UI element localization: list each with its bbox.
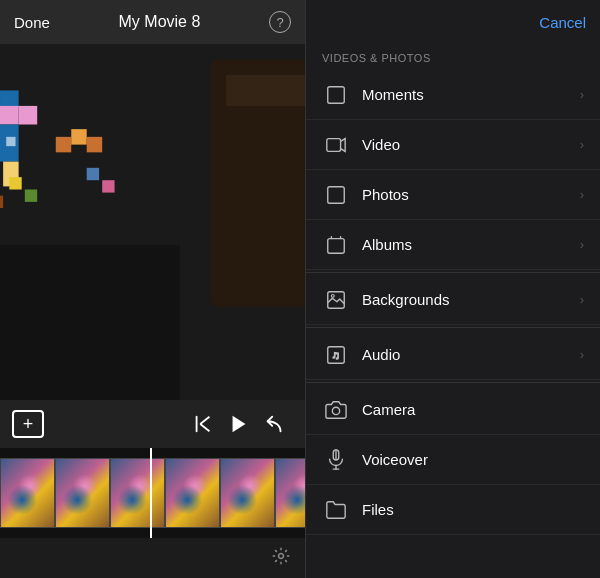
svg-rect-7	[19, 106, 38, 125]
help-icon: ?	[276, 15, 283, 30]
menu-item-photos[interactable]: Photos ›	[306, 170, 600, 220]
moments-label: Moments	[362, 86, 580, 103]
menu-item-moments[interactable]: Moments ›	[306, 70, 600, 120]
menu-item-audio[interactable]: ♫ ♫ Audio ›	[306, 330, 600, 380]
svg-rect-29	[328, 86, 345, 103]
add-icon: +	[23, 414, 34, 435]
svg-rect-14	[56, 137, 71, 152]
undo-button[interactable]	[257, 406, 293, 442]
svg-rect-23	[102, 180, 114, 192]
thumbnail-2	[55, 458, 110, 528]
section-label: VIDEOS & PHOTOS	[306, 44, 600, 70]
svg-rect-17	[0, 245, 180, 400]
separator-2	[306, 327, 600, 328]
svg-rect-40	[328, 186, 345, 203]
svg-rect-21	[25, 189, 37, 201]
photos-chevron: ›	[580, 187, 584, 202]
menu-item-backgrounds[interactable]: Backgrounds ›	[306, 275, 600, 325]
movie-title: My Movie 8	[119, 13, 201, 31]
thumbnail-5	[220, 458, 275, 528]
albums-icon	[322, 231, 350, 259]
menu-item-voiceover[interactable]: Voiceover	[306, 435, 600, 485]
controls-bar: +	[0, 400, 305, 448]
thumbnail-6	[275, 458, 305, 528]
skip-back-icon	[192, 413, 214, 435]
backgrounds-chevron: ›	[580, 292, 584, 307]
help-button[interactable]: ?	[269, 11, 291, 33]
backgrounds-icon	[322, 286, 350, 314]
menu-item-camera[interactable]: Camera	[306, 385, 600, 435]
thumbnail-3	[110, 458, 165, 528]
svg-rect-16	[87, 137, 102, 152]
separator-1	[306, 272, 600, 273]
timeline-track	[0, 458, 305, 528]
thumbnail-4	[165, 458, 220, 528]
timeline	[0, 448, 305, 538]
svg-point-28	[279, 553, 284, 558]
svg-point-48	[332, 407, 339, 414]
video-preview	[0, 44, 305, 400]
menu-list: Moments › Video	[306, 70, 600, 578]
audio-icon: ♫ ♫	[322, 341, 350, 369]
svg-rect-8	[0, 106, 19, 125]
camera-icon	[322, 396, 350, 424]
right-panel: Cancel VIDEOS & PHOTOS Moments ›	[305, 0, 600, 578]
done-button[interactable]: Done	[14, 14, 50, 31]
thumbnail-1	[0, 458, 55, 528]
files-label: Files	[362, 501, 584, 518]
backgrounds-label: Backgrounds	[362, 291, 580, 308]
audio-label: Audio	[362, 346, 580, 363]
photos-icon	[322, 181, 350, 209]
svg-rect-11	[6, 137, 15, 146]
photos-label: Photos	[362, 186, 580, 203]
play-button[interactable]	[221, 406, 257, 442]
voiceover-icon	[322, 446, 350, 474]
moments-icon	[322, 81, 350, 109]
add-button[interactable]: +	[12, 410, 44, 438]
undo-icon	[264, 413, 286, 435]
svg-text:♫: ♫	[331, 348, 339, 360]
play-icon	[228, 413, 250, 435]
video-chevron: ›	[580, 137, 584, 152]
albums-label: Albums	[362, 236, 580, 253]
menu-item-files[interactable]: Files	[306, 485, 600, 535]
svg-point-45	[331, 294, 334, 297]
camera-label: Camera	[362, 401, 584, 418]
svg-marker-27	[233, 416, 246, 433]
timeline-clip	[0, 458, 305, 528]
playhead	[150, 448, 152, 538]
svg-line-24	[200, 424, 209, 431]
left-panel: Done My Movie 8 ?	[0, 0, 305, 578]
svg-line-25	[200, 417, 209, 424]
cancel-button[interactable]: Cancel	[539, 14, 586, 31]
settings-button[interactable]	[271, 546, 291, 571]
preview-canvas	[0, 44, 305, 400]
separator-3	[306, 382, 600, 383]
video-label: Video	[362, 136, 580, 153]
settings-icon	[271, 546, 291, 566]
moments-chevron: ›	[580, 87, 584, 102]
right-header: Cancel	[306, 0, 600, 44]
svg-rect-3	[226, 75, 305, 106]
files-icon	[322, 496, 350, 524]
video-icon	[322, 131, 350, 159]
skip-back-button[interactable]	[185, 406, 221, 442]
voiceover-label: Voiceover	[362, 451, 584, 468]
preview-image	[0, 44, 305, 400]
menu-item-albums[interactable]: Albums ›	[306, 220, 600, 270]
svg-rect-20	[9, 177, 21, 189]
top-bar: Done My Movie 8 ?	[0, 0, 305, 44]
settings-bar	[0, 538, 305, 578]
albums-chevron: ›	[580, 237, 584, 252]
svg-rect-19	[0, 196, 3, 208]
svg-rect-30	[327, 138, 341, 151]
svg-rect-22	[87, 168, 99, 180]
svg-rect-41	[328, 238, 345, 253]
svg-rect-15	[71, 129, 86, 144]
audio-chevron: ›	[580, 347, 584, 362]
menu-item-video[interactable]: Video ›	[306, 120, 600, 170]
